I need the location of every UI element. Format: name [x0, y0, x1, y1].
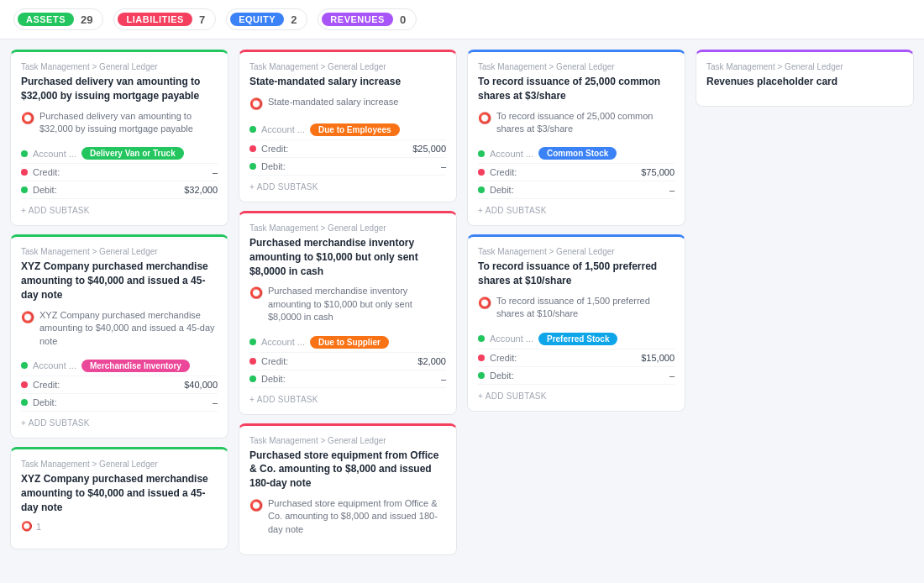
dot-green: [21, 150, 28, 157]
card-subtitle: ⭕ To record issuance of 1,500 preferred …: [478, 295, 675, 321]
account-tag[interactable]: Delivery Van or Truck: [81, 147, 184, 160]
account-tag[interactable]: Preferred Stock: [538, 333, 617, 345]
assets-badge: ASSETS: [18, 13, 74, 26]
card-breadcrumb: Task Management > General Ledger: [478, 247, 675, 256]
category-pill-revenues[interactable]: REVENUES 0: [318, 8, 417, 30]
dot-green: [478, 335, 485, 342]
row-dot: [21, 399, 28, 406]
row-dot: [478, 372, 485, 379]
card-breadcrumb: Task Management > General Ledger: [706, 62, 903, 71]
account-label: Account ...: [490, 149, 533, 159]
column-col4: Task Management > General LedgerRevenues…: [696, 50, 914, 555]
data-row: Debit: –: [249, 158, 446, 176]
account-row: Account ... Due to Supplier: [249, 333, 446, 353]
add-subtask-button[interactable]: + ADD SUBTASK: [21, 199, 218, 215]
data-row: Debit: –: [249, 370, 446, 388]
card-breadcrumb: Task Management > General Ledger: [21, 247, 218, 256]
add-subtask-button[interactable]: + ADD SUBTASK: [478, 385, 675, 401]
row-value: $15,000: [641, 353, 675, 363]
data-row: Debit: –: [21, 394, 218, 412]
row-label: Credit:: [261, 356, 288, 366]
column-col2: Task Management > General LedgerState-ma…: [239, 50, 457, 555]
account-row: Account ... Due to Employees: [249, 120, 446, 140]
row-label: Debit:: [33, 185, 57, 195]
account-tag[interactable]: Due to Employees: [310, 123, 400, 136]
row-value: –: [441, 374, 446, 384]
dot-green: [21, 362, 28, 369]
dot-green: [249, 339, 256, 345]
card-card6: Task Management > General LedgerPurchase…: [239, 423, 457, 556]
row-left: Debit:: [249, 374, 286, 384]
category-pill-liabilities[interactable]: LIABILITIES 7: [113, 8, 216, 30]
assets-count: 29: [81, 13, 92, 26]
row-value: $25,000: [412, 144, 446, 154]
row-left: Credit:: [249, 144, 288, 154]
card-title: XYZ Company purchased merchandise amount…: [21, 260, 218, 302]
card-breadcrumb: Task Management > General Ledger: [21, 62, 218, 71]
card-title: Revenues placeholder card: [706, 75, 903, 89]
card-breadcrumb: Task Management > General Ledger: [249, 62, 446, 71]
subtask-icon: ⭕: [249, 498, 263, 513]
row-label: Debit:: [490, 370, 514, 381]
row-label: Debit:: [33, 397, 57, 407]
row-label: Credit:: [33, 167, 60, 177]
data-row: Debit: –: [478, 181, 675, 199]
row-dot: [249, 376, 256, 382]
card-card5: Task Management > General LedgerPurchase…: [239, 211, 457, 415]
row-dot: [478, 355, 485, 361]
row-left: Credit:: [478, 353, 517, 363]
subtask-count-value: 1: [36, 522, 41, 532]
row-label: Credit:: [490, 167, 517, 177]
row-left: Debit:: [249, 161, 286, 171]
row-left: Debit:: [478, 370, 514, 381]
equity-count: 2: [291, 13, 297, 26]
card-subtitle: ⭕ Purchased merchandise inventory amount…: [249, 285, 446, 323]
subtitle-text: To record issuance of 25,000 common shar…: [496, 110, 675, 136]
row-dot: [478, 186, 485, 193]
account-label: Account ...: [261, 337, 305, 347]
card-title: XYZ Company purchased merchandise amount…: [21, 472, 218, 514]
card-subtitle: ⭕ State-mandated salary increase: [249, 96, 446, 112]
account-label: Account ...: [33, 149, 76, 159]
subtask-icon: ⭕: [21, 310, 34, 325]
card-breadcrumb: Task Management > General Ledger: [249, 436, 446, 445]
row-label: Credit:: [490, 353, 517, 363]
card-subtitle: ⭕ Purchased store equipment from Office …: [249, 497, 446, 536]
account-tag[interactable]: Common Stock: [538, 147, 617, 160]
add-subtask-button[interactable]: + ADD SUBTASK: [21, 412, 218, 428]
subtitle-text: Purchased merchandise inventory amountin…: [268, 285, 446, 323]
card-breadcrumb: Task Management > General Ledger: [478, 62, 675, 71]
account-row: Account ... Delivery Van or Truck: [21, 144, 218, 164]
row-left: Account ... Common Stock: [478, 147, 617, 160]
category-pill-assets[interactable]: ASSETS 29: [13, 8, 103, 30]
data-row: Debit: $32,000: [21, 181, 218, 199]
card-title: Purchased store equipment from Office & …: [249, 449, 446, 491]
data-row: Credit: $40,000: [21, 376, 218, 394]
card-subtitle: ⭕ XYZ Company purchased merchandise amou…: [21, 309, 218, 348]
dot-green: [478, 150, 485, 157]
add-subtask-button[interactable]: + ADD SUBTASK: [478, 199, 675, 215]
top-bar: ASSETS 29 LIABILITIES 7 EQUITY 2 REVENUE…: [0, 0, 924, 39]
add-subtask-button[interactable]: + ADD SUBTASK: [249, 388, 446, 404]
equity-badge: EQUITY: [230, 13, 284, 26]
liabilities-badge: LIABILITIES: [118, 13, 192, 26]
account-label: Account ...: [261, 124, 305, 134]
account-tag[interactable]: Due to Supplier: [310, 336, 389, 349]
account-tag[interactable]: Merchandise Inventory: [81, 360, 190, 372]
row-dot: [478, 169, 485, 176]
row-value: –: [213, 167, 218, 177]
add-subtask-button[interactable]: + ADD SUBTASK: [249, 176, 446, 192]
row-left: Debit:: [21, 185, 57, 195]
card-card4: Task Management > General LedgerState-ma…: [239, 50, 457, 202]
row-value: $75,000: [641, 167, 675, 177]
subtask-icon: ⭕: [478, 111, 491, 126]
category-pill-equity[interactable]: EQUITY 2: [226, 8, 307, 30]
account-row: Account ... Common Stock: [478, 144, 675, 164]
liabilities-count: 7: [199, 13, 205, 26]
revenues-count: 0: [400, 13, 406, 26]
data-row: Credit: $15,000: [478, 349, 675, 367]
row-value: $40,000: [184, 380, 218, 390]
row-value: $2,000: [417, 356, 446, 366]
columns-container: Task Management > General LedgerPurchase…: [0, 39, 924, 565]
card-breadcrumb: Task Management > General Ledger: [21, 460, 218, 469]
